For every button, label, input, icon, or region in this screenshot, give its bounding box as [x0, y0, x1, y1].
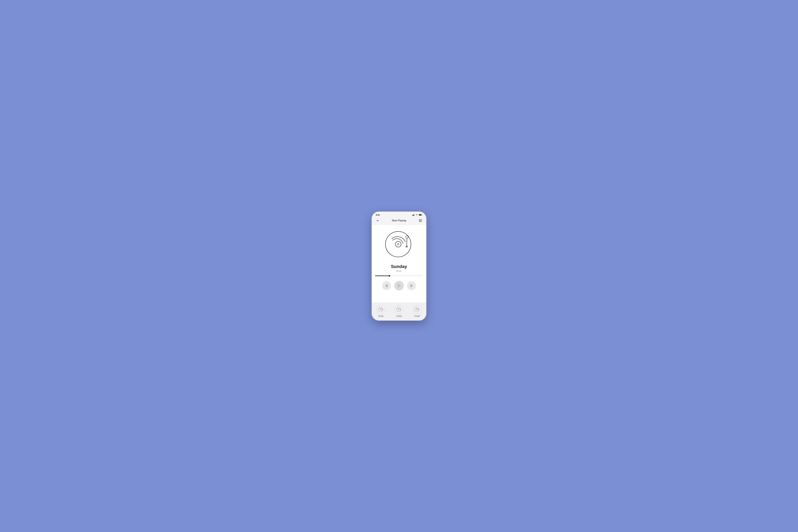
- svg-marker-19: [411, 284, 413, 287]
- signal-icon: [412, 214, 415, 216]
- phone-frame: 9:01: [372, 212, 426, 320]
- header: Now Playing: [372, 217, 426, 225]
- mini-vinyl-icon-1: [378, 307, 384, 312]
- wifi-icon: [416, 214, 418, 216]
- prev-icon: [385, 284, 388, 287]
- svg-line-30: [418, 308, 419, 310]
- svg-rect-5: [419, 214, 421, 215]
- svg-point-29: [416, 309, 417, 310]
- svg-line-12: [407, 237, 407, 247]
- playlist-label-3: Song3: [414, 315, 420, 317]
- song-title: Sunday: [391, 264, 407, 269]
- status-time: 9:01: [376, 214, 380, 216]
- menu-button[interactable]: [418, 218, 423, 223]
- playlist-item-3[interactable]: Song3: [413, 305, 421, 317]
- svg-point-14: [406, 236, 408, 238]
- svg-point-10: [395, 241, 401, 247]
- mini-vinyl-icon-3: [414, 307, 420, 312]
- playlist-vinyl-1: [377, 305, 385, 314]
- svg-rect-1: [413, 215, 414, 216]
- bottom-playlist: Song1 Song2: [372, 302, 426, 320]
- back-button[interactable]: [375, 218, 380, 223]
- next-icon: [410, 284, 413, 287]
- progress-bar[interactable]: [375, 276, 423, 276]
- svg-point-9: [385, 231, 411, 257]
- playlist-label-1: Song1: [378, 315, 384, 317]
- main-content: Sunday Music: [372, 225, 426, 302]
- hamburger-icon: [419, 220, 422, 222]
- next-button[interactable]: [407, 281, 416, 290]
- status-bar: 9:01: [372, 212, 426, 217]
- svg-marker-17: [398, 284, 400, 287]
- svg-rect-2: [414, 214, 414, 216]
- song-artist: Music: [396, 270, 402, 272]
- svg-point-24: [396, 307, 401, 312]
- playlist-vinyl-3: [413, 305, 421, 314]
- play-icon: [397, 284, 401, 287]
- progress-thumb: [388, 275, 390, 277]
- playlist-vinyl-2: [395, 305, 403, 314]
- svg-point-21: [380, 309, 381, 310]
- battery-icon: [419, 214, 422, 216]
- playlist-item-1[interactable]: Song1: [377, 305, 385, 317]
- status-icons: [412, 214, 422, 216]
- playback-controls: [382, 281, 416, 290]
- svg-point-25: [398, 309, 399, 310]
- svg-point-11: [397, 243, 399, 245]
- vinyl-record: [383, 228, 415, 260]
- prev-button[interactable]: [382, 281, 391, 290]
- svg-marker-16: [385, 284, 387, 287]
- vinyl-svg: [383, 228, 415, 260]
- playlist-item-2[interactable]: Song2: [395, 305, 403, 317]
- play-button[interactable]: [394, 281, 404, 290]
- header-title: Now Playing: [392, 219, 406, 222]
- svg-point-20: [378, 307, 383, 312]
- svg-rect-3: [415, 214, 415, 216]
- progress-fill: [375, 276, 390, 276]
- svg-point-28: [415, 307, 419, 312]
- mini-vinyl-icon-2: [396, 307, 402, 312]
- svg-rect-0: [412, 215, 413, 216]
- playlist-label-2: Song2: [396, 315, 402, 317]
- chevron-down-icon: [376, 219, 379, 222]
